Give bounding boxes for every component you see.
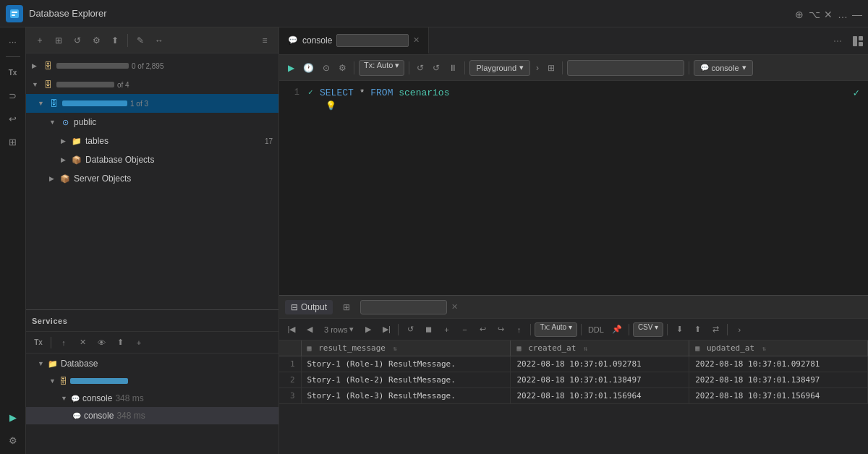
app-title: Database Explorer [29,8,794,19]
console-select[interactable]: 💬 console ▾ [694,60,753,76]
next-btn[interactable]: ▶ [360,322,376,338]
del-row-btn[interactable]: − [456,322,472,338]
svg-rect-4 [859,36,863,40]
tree-item-server-objects[interactable]: ▶ 📦 Server Objects [26,169,278,188]
stop-results-btn[interactable]: ◼ [420,322,436,338]
grid-tab[interactable]: ⊞ [337,300,356,314]
rail-undo[interactable]: ↩ [4,109,22,128]
commit-btn[interactable]: ↺ [430,59,443,77]
rail-play[interactable]: ▶ [4,408,22,427]
stop-btn[interactable]: ⊙ [320,59,333,77]
import-btn[interactable]: ⬆ [107,33,123,48]
rail-tx[interactable]: Tx [4,63,22,82]
transfer-btn[interactable]: ↔ [151,33,167,48]
tab-search-input[interactable] [336,34,409,47]
srv-item-console-selected[interactable]: 💬 console 348 ms [26,407,278,424]
minimize-btn[interactable]: — [852,9,862,19]
last-btn[interactable]: ▶| [378,322,394,338]
copy-btn[interactable]: ⊞ [51,33,67,48]
tree-item-public[interactable]: ▼ ⊙ public [26,113,278,132]
filter-btn[interactable]: ≡ [257,33,273,48]
results-toolbar: |◀ ◀ 3 rows ▾ ▶ ▶| ↺ ◼ + − ↩ ↪ ↑ Tx: Aut… [279,319,868,340]
srv-close-btn[interactable]: ✕ [75,335,90,351]
refresh-results-btn[interactable]: ↺ [402,322,418,338]
query-search-input[interactable] [567,60,684,76]
playground-chevron: ▾ [519,63,524,72]
cell-created-at: 2022-08-18 10:37:01.138497 [511,372,689,388]
next-results-btn[interactable]: › [731,322,747,338]
layout-toggle-btn[interactable] [848,27,868,54]
history-btn[interactable]: 🕐 [300,59,317,77]
share-btn[interactable]: ⬆ [689,322,705,338]
srv-chevron-db: ▼ [38,360,48,367]
srv-eye-btn[interactable]: 👁 [93,335,109,351]
nav-next-btn[interactable]: › [533,59,542,77]
first-btn[interactable]: |◀ [284,322,299,338]
rows-selector[interactable]: 3 rows ▾ [320,325,358,334]
prev-btn[interactable]: ◀ [302,322,318,338]
edit-btn[interactable]: ✎ [132,33,148,48]
add-btn[interactable]: + [32,33,48,48]
export-btn[interactable]: ⬇ [671,322,687,338]
add-row-btn[interactable]: + [438,322,454,338]
col-created-at[interactable]: ▦ created_at ⇅ [511,340,689,356]
col-ua-sort[interactable]: ⇅ [762,345,766,352]
close-btn[interactable]: ✕ [823,9,833,19]
redo-results-btn[interactable]: ↪ [493,322,509,338]
csv-select[interactable]: CSV ▾ [633,322,663,337]
run-query-btn[interactable]: ▶ [285,59,297,77]
tree-item-tables[interactable]: ▶ 📁 tables 17 [26,132,278,150]
srv-item-console-parent[interactable]: ▼ 💬 console 348 ms [26,390,278,407]
add-icon-btn[interactable]: ⊕ [794,9,804,19]
output-tab[interactable]: ⊟ Output [285,300,333,314]
tree-item-db2[interactable]: ▼ 🗄 of 4 [26,75,278,94]
console-tab[interactable]: 💬 console ✕ [279,27,429,54]
results-close-btn[interactable]: ✕ [451,302,458,312]
tree-item-db1[interactable]: ▶ 🗄 0 of 2,895 [26,56,278,75]
tab-menu-btn[interactable]: ⋯ [827,27,848,54]
undo-results-btn[interactable]: ↩ [475,322,490,338]
rail-dots[interactable]: ··· [4,32,22,51]
explain-btn[interactable]: ⚙ [336,59,349,77]
col-rm-sort[interactable]: ⇅ [393,345,397,352]
playground-btn[interactable]: Playground ▾ [469,60,530,76]
tx-results-select[interactable]: Tx: Auto ▾ [535,322,576,337]
transpose-btn[interactable]: ⇄ [707,322,723,338]
results-filter-input[interactable] [360,300,447,314]
ddl-btn[interactable]: DDL [585,322,607,338]
dots-btn[interactable]: … [838,9,848,19]
editor-area[interactable]: 1 ✓ SELECT * FROM scenarios 💡 ✓ [279,81,868,295]
srv-up-btn[interactable]: ↑ [56,335,72,351]
settings-btn[interactable]: ⚙ [88,33,104,48]
tree-item-db-objects[interactable]: ▶ 📦 Database Objects [26,150,278,169]
console-tab-icon: 💬 [288,35,298,45]
playground-label: Playground [476,64,516,72]
pin-btn[interactable]: 📌 [609,322,625,338]
up-results-btn[interactable]: ↑ [511,322,527,338]
pause-btn[interactable]: ⏸ [446,59,460,77]
col-ca-sort[interactable]: ⇅ [584,345,587,352]
col-result-message[interactable]: ▦ result_message ⇅ [301,340,511,356]
tables-label: tables [85,136,262,146]
srv-db-label: Database [61,359,98,369]
server-objects-icon: 📦 [59,173,71,184]
refresh-btn[interactable]: ↺ [69,33,85,48]
tree-item-schema-sel[interactable]: ▼ 🗄 1 of 3 [26,94,278,113]
rollback-btn[interactable]: ↺ [414,59,427,77]
srv-export-btn[interactable]: ⬆ [112,335,128,351]
screen-btn[interactable]: ⊞ [545,59,558,77]
rail-settings[interactable]: ⚙ [4,431,22,450]
rail-grid[interactable]: ⊞ [4,132,22,151]
srv-item-db[interactable]: ▼ 🗄 [26,372,278,390]
chevron-server-objects: ▶ [49,175,59,182]
rail-link[interactable]: ⊃ [4,86,22,105]
srv-add-btn[interactable]: + [131,335,147,351]
branch-btn[interactable]: ⌥ [809,9,819,19]
srv-item-database[interactable]: ▼ 📁 Database [26,355,278,372]
srv-tx-btn[interactable]: Tx [30,335,46,351]
grid-tab-icon: ⊞ [343,302,350,312]
col-updated-at[interactable]: ▦ updated_at ⇅ [689,340,868,356]
tab-close-btn[interactable]: ✕ [413,35,420,45]
tx-select[interactable]: Tx: Auto ▾ [359,60,404,76]
row-num: 3 [279,388,301,404]
